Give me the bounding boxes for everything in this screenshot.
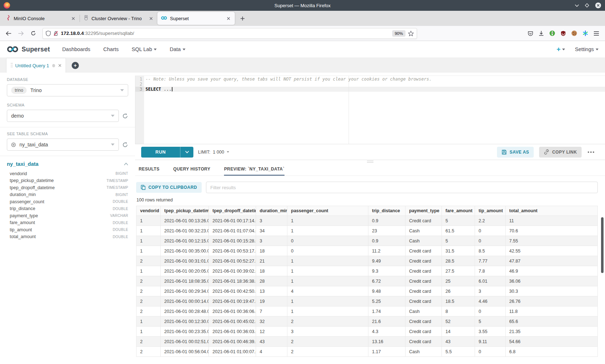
table-row: 12021-06-01 00:13:26.0002021-06-01 00:17… bbox=[136, 216, 598, 226]
multiaccount-asterisk-icon[interactable] bbox=[582, 30, 588, 36]
column-header-payment_type[interactable]: payment_type bbox=[405, 206, 442, 216]
run-options-caret[interactable] bbox=[180, 147, 193, 158]
query-toolbar: RUN LIMIT: 1 000 SAVE AS COPY LINK bbox=[135, 144, 605, 160]
database-select[interactable]: trino Trino bbox=[7, 84, 128, 96]
add-new-button[interactable]: + bbox=[556, 45, 565, 53]
results-tabs: RESULTSQUERY HISTORYPREVIEW: `NY_TAXI_DA… bbox=[135, 163, 605, 176]
column-header-total_amount[interactable]: total_amount bbox=[506, 206, 598, 216]
save-as-button[interactable]: SAVE AS bbox=[497, 147, 534, 158]
copy-link-button[interactable]: COPY LINK bbox=[539, 147, 582, 158]
chevron-up-icon[interactable] bbox=[124, 163, 128, 165]
column-header-tpep_dropoff_datetime[interactable]: tpep_dropoff_datetime bbox=[209, 206, 256, 216]
column-header-trip_distance[interactable]: trip_distance bbox=[368, 206, 405, 216]
rows-returned-text: 100 rows returned bbox=[135, 197, 605, 206]
back-icon[interactable] bbox=[4, 28, 14, 38]
schema-column-row: total_amountDOUBLE bbox=[7, 233, 128, 241]
cookie-icon[interactable] bbox=[571, 30, 577, 36]
unsaved-dot-icon bbox=[52, 64, 55, 67]
nav-item-sql-lab[interactable]: SQL Lab bbox=[132, 46, 157, 52]
superset-infinity-icon bbox=[6, 45, 19, 53]
column-header-duration_min[interactable]: duration_min bbox=[256, 206, 287, 216]
table-scrollbar-thumb[interactable] bbox=[601, 217, 604, 273]
column-header-tip_amount[interactable]: tip_amount bbox=[475, 206, 506, 216]
close-tab-icon[interactable] bbox=[225, 15, 231, 21]
window-close-icon[interactable] bbox=[595, 2, 601, 9]
table-row: 12021-06-01 00:12:15.0002021-06-01 00:15… bbox=[136, 236, 598, 246]
table-row: 12021-06-01 00:35:00.0002021-06-01 00:53… bbox=[136, 246, 598, 256]
table-columns-list: vendoridBIGINTtpep_pickup_datetimeTIMEST… bbox=[7, 170, 128, 240]
reload-icon[interactable] bbox=[28, 28, 38, 38]
filter-results-input[interactable] bbox=[206, 182, 598, 193]
download-icon[interactable] bbox=[538, 31, 544, 36]
trino-favicon-icon bbox=[84, 15, 89, 22]
save-icon bbox=[502, 150, 507, 155]
forward-icon[interactable] bbox=[16, 28, 26, 38]
superset-logo[interactable]: Superset bbox=[6, 45, 50, 53]
refresh-tables-icon[interactable] bbox=[122, 142, 128, 148]
table-row: 22021-06-01 00:00:14.0002021-06-01 00:19… bbox=[136, 296, 598, 306]
browser-tab-strip: MinIO ConsoleCluster Overview - TrinoSup… bbox=[0, 11, 605, 26]
copy-to-clipboard-button[interactable]: COPY TO CLIPBOARD bbox=[136, 182, 202, 193]
sql-keyword: SELECT bbox=[145, 87, 161, 92]
privacy-badger-icon[interactable] bbox=[549, 30, 555, 36]
bookmark-star-icon[interactable] bbox=[408, 31, 414, 36]
insecure-lock-icon[interactable] bbox=[53, 31, 58, 36]
editor-code[interactable]: -- Note: Unless you save your query, the… bbox=[144, 76, 605, 144]
table-row: 22021-06-01 00:56:04.0002021-06-01 01:00… bbox=[136, 347, 598, 357]
schema-select[interactable]: demo bbox=[7, 110, 119, 122]
table-eye-icon bbox=[11, 142, 16, 147]
browser-toolbar: 172.18.0.4:32295/superset/sqllab/ 90% bbox=[0, 26, 605, 41]
window-maximize-icon[interactable] bbox=[585, 3, 589, 8]
nav-item-data[interactable]: Data bbox=[170, 46, 185, 52]
caret-down-icon bbox=[227, 151, 229, 153]
results-tab-2[interactable]: PREVIEW: `NY_TAXI_DATA` bbox=[224, 167, 284, 176]
nav-item-dashboards[interactable]: Dashboards bbox=[62, 46, 90, 52]
schema-label: SCHEMA bbox=[7, 103, 128, 107]
results-tab-1[interactable]: QUERY HISTORY bbox=[173, 167, 210, 176]
ublock-icon[interactable] bbox=[560, 31, 566, 36]
new-tab-button[interactable] bbox=[237, 13, 248, 24]
run-button[interactable]: RUN bbox=[141, 147, 193, 158]
caret-down-icon bbox=[154, 49, 157, 50]
nav-item-charts[interactable]: Charts bbox=[103, 46, 119, 52]
zoom-level-badge[interactable]: 90% bbox=[392, 30, 405, 37]
close-tab-icon[interactable] bbox=[148, 15, 154, 21]
column-header-tpep_pickup_datetime[interactable]: tpep_pickup_datetime bbox=[161, 206, 209, 216]
more-options-icon[interactable] bbox=[587, 149, 595, 155]
url-bar[interactable]: 172.18.0.4:32295/superset/sqllab/ 90% bbox=[42, 28, 417, 39]
refresh-schemas-icon[interactable] bbox=[122, 113, 128, 119]
table-header-row: vendoridtpep_pickup_datetimetpep_dropoff… bbox=[136, 206, 598, 216]
close-query-tab-icon[interactable] bbox=[58, 64, 61, 67]
hamburger-menu-icon[interactable] bbox=[593, 31, 599, 36]
results-tab-0[interactable]: RESULTS bbox=[139, 167, 160, 176]
browser-tab-superset[interactable]: Superset bbox=[157, 12, 235, 25]
close-tab-icon[interactable] bbox=[70, 15, 76, 21]
schema-column-row: passenger_countDOUBLE bbox=[7, 198, 128, 205]
column-header-vendorid[interactable]: vendorid bbox=[136, 206, 161, 216]
table-panel-title: ny_taxi_data bbox=[7, 161, 124, 167]
add-query-tab-button[interactable]: + bbox=[72, 62, 79, 69]
pocket-icon[interactable] bbox=[528, 31, 533, 36]
superset-favicon-icon bbox=[161, 16, 167, 21]
settings-menu[interactable]: Settings bbox=[575, 46, 599, 52]
column-header-passenger_count[interactable]: passenger_count bbox=[287, 206, 368, 216]
splitter-handle-icon[interactable] bbox=[367, 161, 373, 163]
table-select[interactable]: ny_taxi_data bbox=[7, 138, 119, 151]
table-body: 12021-06-01 00:13:26.0002021-06-01 00:17… bbox=[136, 216, 598, 357]
schema-column-row: tpep_pickup_datetimeTIMESTAMP bbox=[7, 177, 128, 185]
query-tab-active[interactable]: Untitled Query 1 bbox=[6, 58, 66, 73]
chevron-down-icon bbox=[111, 115, 115, 117]
sql-editor[interactable]: 1 2 3 -- Note: Unless you save your quer… bbox=[135, 76, 605, 144]
column-header-fare_amount[interactable]: fare_amount bbox=[442, 206, 475, 216]
tracking-shield-icon[interactable] bbox=[46, 31, 51, 36]
table-row: 22021-06-01 00:28:48.0002021-06-01 00:36… bbox=[136, 306, 598, 317]
browser-tab-minio[interactable]: MinIO Console bbox=[2, 12, 80, 25]
limit-dropdown[interactable]: LIMIT: 1 000 bbox=[198, 150, 229, 155]
window-minimize-icon[interactable] bbox=[575, 4, 579, 7]
drag-grip-icon[interactable] bbox=[11, 63, 12, 68]
table-schema-label: SEE TABLE SCHEMA bbox=[7, 132, 128, 136]
sqllab-sidebar: DATABASE trino Trino SCHEMA demo SEE TAB… bbox=[0, 73, 135, 364]
pane-splitter[interactable] bbox=[135, 160, 605, 163]
table-panel-header[interactable]: ny_taxi_data bbox=[7, 161, 128, 167]
browser-tab-trino[interactable]: Cluster Overview - Trino bbox=[80, 12, 157, 25]
